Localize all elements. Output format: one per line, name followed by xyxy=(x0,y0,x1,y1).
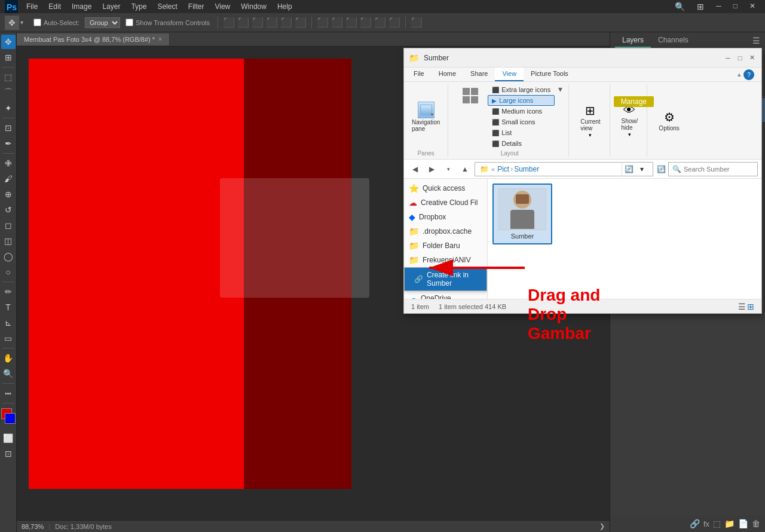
tool-wand[interactable]: ✦ xyxy=(1,101,16,115)
menu-type[interactable]: Type xyxy=(126,1,151,12)
tool-text[interactable]: T xyxy=(1,300,16,314)
fx-icon[interactable]: fx xyxy=(703,519,709,528)
menu-select[interactable]: Select xyxy=(152,1,182,12)
tool-crop[interactable]: ⊡ xyxy=(1,121,16,135)
search-box[interactable]: 🔍 xyxy=(668,162,758,176)
tool-standard-mode[interactable]: ⬜ xyxy=(1,431,16,445)
tool-shape[interactable]: ▭ xyxy=(1,331,16,346)
tab-channels[interactable]: Channels xyxy=(651,33,696,48)
ribbon-collapse-icon[interactable]: ▴ xyxy=(738,71,741,78)
medium-icons-btn[interactable]: ⬛ Medium icons xyxy=(488,106,555,117)
align-bottom-icon[interactable]: ⬛ xyxy=(295,17,307,28)
document-tab[interactable]: Membuat Pas Foto 3x4 @ 88,7% (RGB/8#) * … xyxy=(17,33,170,45)
tool-move[interactable]: ✥ xyxy=(1,35,16,49)
tool-zoom[interactable]: 🔍 xyxy=(1,366,16,381)
tool-brush[interactable]: 🖌 xyxy=(1,172,16,186)
panel-options-icon[interactable]: ☰ xyxy=(752,36,760,45)
auto-select-type[interactable]: Group Layer xyxy=(85,17,120,28)
close-button[interactable]: ✕ xyxy=(747,54,757,62)
ribbon-tab-home[interactable]: Home xyxy=(432,68,463,81)
back-button[interactable]: ◀ xyxy=(408,162,422,176)
ribbon-help-icon[interactable]: ? xyxy=(743,69,754,80)
tool-marquee[interactable]: ⬚ xyxy=(1,70,16,84)
menu-window[interactable]: Window xyxy=(236,1,271,12)
tool-stamp[interactable]: ⊕ xyxy=(1,187,16,201)
new-group-icon[interactable]: 📁 xyxy=(724,519,735,528)
tool-pen[interactable]: ✏ xyxy=(1,285,16,299)
current-view-btn[interactable]: ⊞ Currentview ▾ xyxy=(576,101,604,140)
delete-layer-icon[interactable]: 🗑 xyxy=(752,519,760,528)
dist-icon-5[interactable]: ⬛ xyxy=(374,17,386,28)
extra-large-icons-btn[interactable]: ⬛ Extra large icons xyxy=(488,84,555,95)
align-center-icon[interactable]: ⬛ xyxy=(237,17,249,28)
dist-icon-3[interactable]: ⬛ xyxy=(345,17,357,28)
background-color[interactable] xyxy=(5,413,16,424)
dist-icon-4[interactable]: ⬛ xyxy=(360,17,372,28)
maximize-button[interactable]: □ xyxy=(735,54,745,62)
status-arrow[interactable]: ❯ xyxy=(599,522,605,530)
file-item-sumber[interactable]: Sumber xyxy=(492,184,552,244)
menu-filter[interactable]: Filter xyxy=(183,1,209,12)
menu-edit[interactable]: Edit xyxy=(44,1,66,12)
details-btn[interactable]: ⬛ Details xyxy=(488,138,555,149)
tool-hand[interactable]: ✋ xyxy=(1,351,16,365)
details-view-btn[interactable]: ☰ xyxy=(738,302,746,311)
arrange-icon[interactable]: ⬛ xyxy=(411,17,423,28)
new-layer-icon[interactable]: 📄 xyxy=(738,519,748,528)
recent-locations-btn[interactable]: ▾ xyxy=(441,162,455,176)
path-part-sumber[interactable]: Sumber xyxy=(514,165,539,173)
tool-healing[interactable]: ✙ xyxy=(1,156,16,170)
dist-icon-1[interactable]: ⬛ xyxy=(317,17,329,28)
auto-select-checkbox[interactable]: Auto-Select: xyxy=(30,17,82,27)
tool-path[interactable]: ⊾ xyxy=(1,316,16,330)
align-right-icon[interactable]: ⬛ xyxy=(252,17,264,28)
ps-maximize-btn[interactable]: □ xyxy=(729,1,742,13)
ribbon-tab-picture-tools[interactable]: Picture Tools xyxy=(524,68,576,81)
sidebar-item-dropbox[interactable]: ◆ Dropbox xyxy=(404,210,487,224)
up-button[interactable]: ▲ xyxy=(458,162,472,176)
link-layers-icon[interactable]: 🔗 xyxy=(690,519,700,528)
address-dropdown-btn[interactable]: ▾ xyxy=(636,165,648,173)
tool-screen-mode[interactable]: ⊡ xyxy=(1,447,16,461)
large-icons-btn[interactable] xyxy=(455,84,485,108)
menu-view[interactable]: View xyxy=(210,1,235,12)
layout-more-btn[interactable]: ▾ xyxy=(557,84,564,94)
small-icons-btn[interactable]: ⬛ Small icons xyxy=(488,117,555,127)
icons-view-btn[interactable]: ⊞ xyxy=(747,302,754,311)
large-icons-btn-2[interactable]: ▶ Large icons xyxy=(488,95,555,106)
document-tab-close[interactable]: × xyxy=(158,36,162,42)
refresh-btn[interactable]: 🔃 xyxy=(657,165,666,173)
path-part-pict[interactable]: Pict xyxy=(497,165,509,173)
ribbon-tab-file[interactable]: File xyxy=(406,68,432,81)
tool-history[interactable]: ↺ xyxy=(1,203,16,217)
address-box[interactable]: 📁 « Pict › Sumber 🔄 ▾ xyxy=(475,162,653,176)
address-refresh-btn[interactable]: 🔄 xyxy=(622,162,636,176)
manage-badge[interactable]: Manage xyxy=(614,96,654,107)
navigation-pane-btn[interactable]: ▾ Navigationpane xyxy=(409,99,443,134)
ribbon-tab-share[interactable]: Share xyxy=(463,68,495,81)
dist-icon-6[interactable]: ⬛ xyxy=(388,17,400,28)
ps-layout-icon[interactable]: ⊞ xyxy=(692,1,709,13)
align-middle-icon[interactable]: ⬛ xyxy=(280,17,292,28)
menu-layer[interactable]: Layer xyxy=(97,1,125,12)
sidebar-item-quick-access[interactable]: ⭐ Quick access xyxy=(404,181,487,195)
dist-icon-2[interactable]: ⬛ xyxy=(331,17,343,28)
search-input[interactable] xyxy=(684,166,754,173)
ps-minimize-btn[interactable]: ─ xyxy=(711,1,726,13)
minimize-button[interactable]: ─ xyxy=(723,54,733,62)
tool-blur[interactable]: ◯ xyxy=(1,249,16,264)
forward-button[interactable]: ▶ xyxy=(424,162,439,176)
tool-eyedropper[interactable]: ✒ xyxy=(1,136,16,151)
tool-eraser[interactable]: ◻ xyxy=(1,218,16,233)
options-btn[interactable]: ⚙ Options xyxy=(654,108,683,134)
ps-search-icon[interactable]: 🔍 xyxy=(670,1,690,13)
tool-more[interactable]: ••• xyxy=(1,386,16,400)
tab-layers[interactable]: Layers xyxy=(615,33,651,48)
list-btn[interactable]: ⬛ List xyxy=(488,127,555,138)
add-mask-icon[interactable]: ⬚ xyxy=(713,519,721,528)
sidebar-item-dropbox-cache[interactable]: 📁 .dropbox.cache xyxy=(404,224,487,239)
align-left-icon[interactable]: ⬛ xyxy=(223,17,235,28)
ribbon-tab-view[interactable]: View xyxy=(495,68,524,81)
menu-file[interactable]: File xyxy=(22,1,42,12)
sidebar-item-cc[interactable]: ☁ Creative Cloud Fil xyxy=(404,195,487,210)
